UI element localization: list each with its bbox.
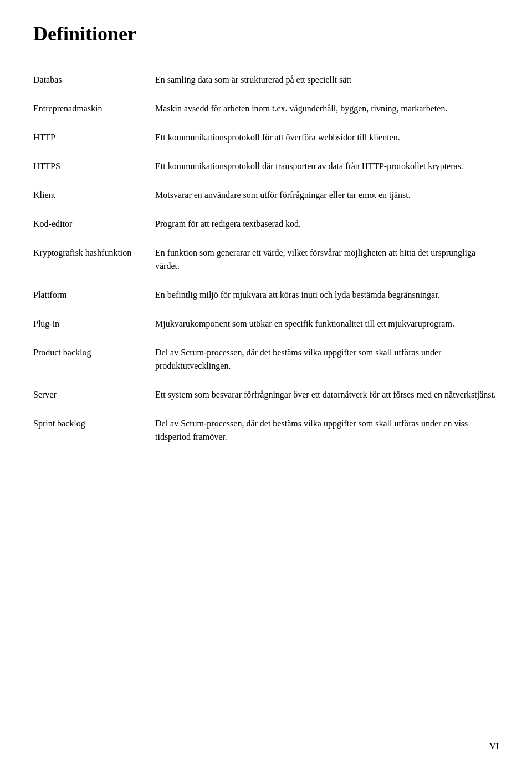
term-cell: Plattform (33, 283, 155, 312)
table-row: DatabasEn samling data som är strukturer… (33, 68, 499, 96)
term-cell: HTTP (33, 125, 155, 154)
term-cell: HTTPS (33, 154, 155, 183)
table-row: Kod-editorProgram för att redigera textb… (33, 212, 499, 241)
definition-cell: Del av Scrum-processen, där det bestäms … (155, 340, 499, 383)
table-row: HTTPSEtt kommunikationsprotokoll där tra… (33, 154, 499, 183)
table-row: EntreprenadmaskinMaskin avsedd för arbet… (33, 96, 499, 125)
table-row: Sprint backlogDel av Scrum-processen, dä… (33, 411, 499, 454)
definition-cell: En befintlig miljö för mjukvara att köra… (155, 283, 499, 312)
table-row: KlientMotsvarar en användare som utför f… (33, 183, 499, 212)
table-row: PlattformEn befintlig miljö för mjukvara… (33, 283, 499, 312)
definition-cell: Ett kommunikationsprotokoll för att över… (155, 125, 499, 154)
definition-cell: En samling data som är strukturerad på e… (155, 68, 499, 96)
table-row: ServerEtt system som besvarar förfrågnin… (33, 383, 499, 411)
term-cell: Klient (33, 183, 155, 212)
term-cell: Server (33, 383, 155, 411)
definition-cell: Program för att redigera textbaserad kod… (155, 212, 499, 241)
definition-cell: Ett kommunikationsprotokoll där transpor… (155, 154, 499, 183)
table-row: Plug-inMjukvarukomponent som utökar en s… (33, 312, 499, 340)
term-cell: Databas (33, 68, 155, 96)
definition-cell: Ett system som besvarar förfrågningar öv… (155, 383, 499, 411)
definition-cell: Del av Scrum-processen, där det bestäms … (155, 411, 499, 454)
table-row: Kryptografisk hashfunktionEn funktion so… (33, 241, 499, 283)
term-cell: Entreprenadmaskin (33, 96, 155, 125)
definition-cell: Maskin avsedd för arbeten inom t.ex. väg… (155, 96, 499, 125)
table-row: HTTPEtt kommunikationsprotokoll för att … (33, 125, 499, 154)
term-cell: Plug-in (33, 312, 155, 340)
definition-cell: Mjukvarukomponent som utökar en specifik… (155, 312, 499, 340)
term-cell: Sprint backlog (33, 411, 155, 454)
page-footer: VI (489, 741, 499, 751)
table-row: Product backlogDel av Scrum-processen, d… (33, 340, 499, 383)
definition-cell: En funktion som generarar ett värde, vil… (155, 241, 499, 283)
term-cell: Kryptografisk hashfunktion (33, 241, 155, 283)
definitions-table: DatabasEn samling data som är strukturer… (33, 68, 499, 454)
term-cell: Kod-editor (33, 212, 155, 241)
page-title: Definitioner (33, 22, 499, 45)
term-cell: Product backlog (33, 340, 155, 383)
definition-cell: Motsvarar en användare som utför förfråg… (155, 183, 499, 212)
